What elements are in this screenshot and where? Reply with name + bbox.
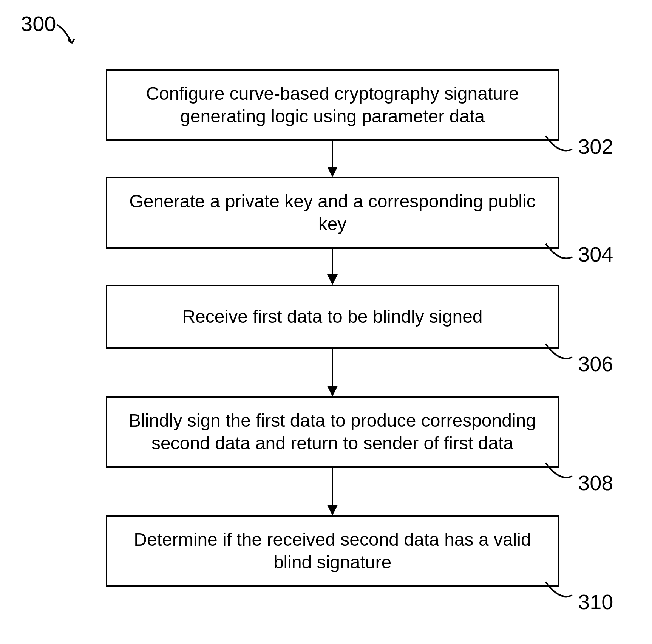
flow-arrow <box>332 349 333 387</box>
flow-step-generate-keys: Generate a private key and a correspondi… <box>106 177 559 249</box>
arrow-head-icon <box>327 167 338 177</box>
arrow-head-icon <box>327 505 338 516</box>
flow-step-configure: Configure curve-based cryptography signa… <box>106 69 559 141</box>
flow-step-text: Generate a private key and a correspondi… <box>122 190 542 235</box>
reference-arrow-icon <box>55 23 77 49</box>
step-ref-number: 310 <box>578 590 613 614</box>
flow-arrow <box>332 141 333 167</box>
step-ref-number: 304 <box>578 242 613 266</box>
flow-arrow <box>332 249 333 275</box>
flow-step-blind-sign: Blindly sign the first data to produce c… <box>106 396 559 468</box>
flow-step-text: Blindly sign the first data to produce c… <box>122 409 542 455</box>
diagram-ref-number: 300 <box>21 11 56 36</box>
callout-curve-icon <box>544 580 574 603</box>
arrow-head-icon <box>327 386 338 396</box>
flow-step-text: Receive first data to be blindly signed <box>182 305 482 328</box>
flow-step-text: Determine if the received second data ha… <box>122 528 542 574</box>
callout-curve-icon <box>544 461 574 484</box>
step-ref-number: 308 <box>578 471 613 495</box>
flow-step-text: Configure curve-based cryptography signa… <box>122 82 542 128</box>
callout-curve-icon <box>544 242 574 265</box>
arrow-head-icon <box>327 274 338 285</box>
flow-arrow <box>332 468 333 506</box>
step-ref-number: 302 <box>578 134 613 159</box>
callout-curve-icon <box>544 342 574 365</box>
step-ref-number: 306 <box>578 351 613 376</box>
callout-curve-icon <box>544 134 574 157</box>
flow-step-receive-data: Receive first data to be blindly signed <box>106 285 559 349</box>
flow-step-determine-valid: Determine if the received second data ha… <box>106 515 559 587</box>
